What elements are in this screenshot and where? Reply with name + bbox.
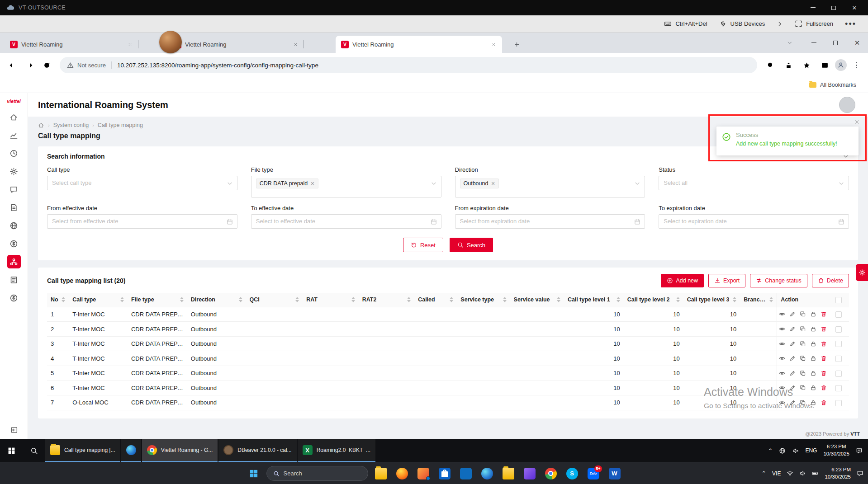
sort-icon[interactable]: [503, 297, 507, 302]
search-button[interactable]: Search: [450, 238, 493, 252]
lock-icon[interactable]: [810, 370, 816, 376]
copy-icon[interactable]: [800, 399, 806, 406]
taskbar-search-input[interactable]: Search: [266, 466, 368, 481]
taskbar-app-outlook[interactable]: [457, 465, 474, 482]
taskbar-app-dbeaver[interactable]: DBeaver 21.0.0 - cal...: [218, 439, 296, 462]
taskbar-app-explorer[interactable]: [372, 465, 389, 482]
column-header-call-type[interactable]: Call type: [69, 293, 128, 307]
theme-settings-fab[interactable]: [856, 264, 868, 281]
bookmark-star-icon[interactable]: [799, 57, 814, 73]
edit-icon[interactable]: [789, 399, 796, 406]
delete-icon[interactable]: [821, 341, 827, 347]
local-start-button[interactable]: [245, 465, 262, 482]
sidebar-item-chat[interactable]: [7, 183, 21, 196]
sidebar-item-settings[interactable]: [7, 164, 21, 178]
usb-devices-button[interactable]: USB Devices: [719, 20, 765, 28]
browser-tab[interactable]: VViettel Roaming: [5, 36, 138, 53]
sort-icon[interactable]: [62, 297, 65, 302]
sidebar-item-chart[interactable]: [7, 128, 21, 142]
taskbar-app-edge[interactable]: [479, 465, 496, 482]
reset-button[interactable]: Reset: [403, 238, 443, 252]
user-avatar[interactable]: [839, 97, 855, 113]
edit-icon[interactable]: [789, 355, 796, 362]
sidebar-item-home[interactable]: [7, 110, 21, 124]
column-header-direction[interactable]: Direction: [187, 293, 246, 307]
edit-icon[interactable]: [789, 341, 796, 347]
copy-icon[interactable]: [800, 341, 806, 347]
edit-icon[interactable]: [789, 370, 796, 376]
row-checkbox[interactable]: [835, 311, 842, 318]
remote-search-button[interactable]: [23, 439, 45, 462]
sort-icon[interactable]: [733, 297, 736, 302]
sort-icon[interactable]: [120, 297, 124, 302]
column-header-service-type[interactable]: Service type: [457, 293, 510, 307]
taskbar-app-skype[interactable]: [564, 465, 581, 482]
notification-icon[interactable]: [857, 470, 863, 477]
sort-icon[interactable]: [351, 297, 355, 302]
select-2[interactable]: Outbound✕: [455, 176, 645, 197]
breadcrumb-system-config[interactable]: System config: [53, 122, 89, 128]
view-icon[interactable]: [779, 399, 785, 406]
tab-close-icon[interactable]: [490, 41, 498, 48]
address-bar[interactable]: Not secure 10.207.252.135:8200/roaming-a…: [60, 57, 757, 73]
sidebar-item-history[interactable]: [7, 146, 21, 160]
local-language-indicator[interactable]: VIE: [772, 470, 781, 477]
browser-tab[interactable]: VViettel Roaming: [336, 36, 502, 53]
date-input-5[interactable]: Select to effective date: [251, 214, 441, 229]
delete-icon[interactable]: [821, 399, 827, 406]
delete-icon[interactable]: [821, 326, 827, 332]
taskbar-app-edge[interactable]: [121, 439, 141, 462]
not-secure-warning-icon[interactable]: [67, 62, 74, 69]
browser-menu-icon[interactable]: [849, 58, 863, 72]
browser-profile-avatar[interactable]: [835, 59, 847, 71]
sort-icon[interactable]: [180, 297, 184, 302]
delete-icon[interactable]: [821, 370, 827, 376]
remote-language-indicator[interactable]: ENG: [805, 447, 817, 454]
fullscreen-button[interactable]: Fullscreen: [795, 20, 833, 28]
hidden-icons-chevron[interactable]: ⌃: [761, 470, 766, 477]
remote-start-button[interactable]: [0, 439, 23, 462]
remote-clock[interactable]: 6:23 PM 10/30/2025: [823, 443, 849, 457]
view-icon[interactable]: [779, 355, 785, 362]
sort-icon[interactable]: [617, 297, 620, 302]
column-header-rat[interactable]: RAT: [303, 293, 359, 307]
column-header-call-type-level-2[interactable]: Call type level 2: [624, 293, 683, 307]
home-icon[interactable]: [38, 122, 44, 128]
row-checkbox[interactable]: [835, 371, 842, 377]
taskbar-app-folder[interactable]: Call type mapping [...: [45, 439, 120, 462]
row-checkbox[interactable]: [835, 326, 842, 333]
column-header-action[interactable]: Action: [777, 293, 828, 307]
delete-icon[interactable]: [821, 311, 827, 317]
sort-icon[interactable]: [769, 297, 773, 302]
select-1[interactable]: CDR DATA prepaid✕: [251, 176, 441, 197]
taskbar-app-store[interactable]: [436, 465, 453, 482]
sort-icon[interactable]: [676, 297, 680, 302]
sidebar-item-network[interactable]: [7, 219, 21, 232]
taskbar-app-word[interactable]: [606, 465, 623, 482]
more-options-button[interactable]: •••: [845, 22, 856, 26]
browser-maximize-button[interactable]: [825, 33, 846, 53]
speaker-muted-icon[interactable]: [792, 447, 799, 454]
view-icon[interactable]: [779, 311, 785, 317]
sidebar-item-mapping[interactable]: [7, 255, 21, 268]
copy-icon[interactable]: [800, 355, 806, 362]
tag-remove-icon[interactable]: ✕: [491, 179, 495, 188]
edit-icon[interactable]: [789, 326, 796, 332]
back-button[interactable]: [5, 57, 20, 73]
export-button[interactable]: Export: [708, 274, 745, 287]
url-text[interactable]: 10.207.252.135:8200/roaming-app/system-c…: [117, 62, 318, 69]
column-header-branch-file[interactable]: Branch file: [740, 293, 777, 307]
taskbar-app-folder[interactable]: [500, 465, 517, 482]
sort-icon[interactable]: [557, 297, 560, 302]
edit-icon[interactable]: [789, 311, 796, 317]
change-status-button[interactable]: Change status: [750, 274, 807, 287]
browser-close-button[interactable]: ✕: [846, 33, 868, 53]
row-checkbox[interactable]: [835, 400, 842, 406]
copy-icon[interactable]: [800, 370, 806, 376]
sort-icon[interactable]: [295, 297, 299, 302]
column-header-rat2[interactable]: RAT2: [359, 293, 415, 307]
taskbar-app-media[interactable]: [521, 465, 538, 482]
battery-icon[interactable]: [812, 470, 819, 477]
view-icon[interactable]: [779, 341, 785, 347]
lock-icon[interactable]: [810, 311, 816, 317]
